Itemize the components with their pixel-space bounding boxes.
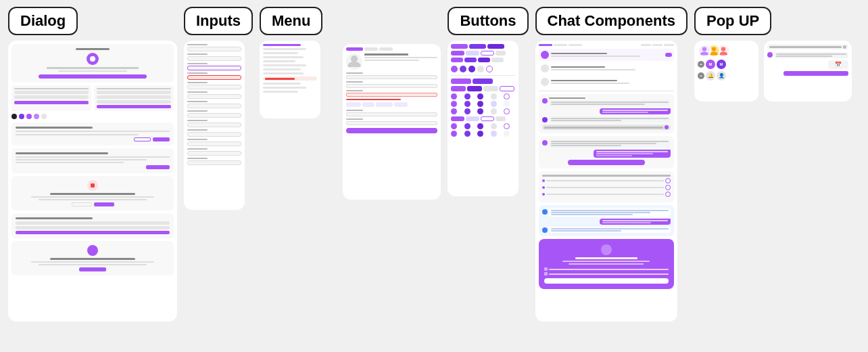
dialog-label: Dialog bbox=[8, 7, 78, 35]
btn-circle-grid bbox=[451, 93, 515, 114]
inputs-mockup bbox=[184, 41, 245, 210]
main-canvas: Dialog bbox=[0, 0, 868, 352]
photo-avatars bbox=[698, 44, 755, 58]
chat-thankyou-card bbox=[539, 239, 674, 289]
menu-mockup bbox=[260, 41, 320, 118]
dialog-mockup bbox=[8, 41, 177, 322]
chat-item-2 bbox=[539, 62, 674, 74]
section-menu-large bbox=[343, 7, 441, 200]
dots-row bbox=[11, 114, 174, 119]
popup-avatar-card[interactable]: •• M M •• bbox=[694, 41, 758, 102]
dialog-screen-5 bbox=[11, 176, 174, 211]
btn-row-6 bbox=[451, 116, 515, 121]
popup-top-row: •• M M •• bbox=[694, 41, 852, 102]
menu-large-mockup bbox=[343, 44, 441, 200]
chat-preview-card[interactable] bbox=[535, 41, 677, 322]
btn-row-3 bbox=[451, 58, 515, 62]
dialog-screen-4 bbox=[11, 148, 174, 173]
section-chat: Chat Components bbox=[535, 7, 688, 322]
input-group-1 bbox=[187, 44, 241, 165]
svg-point-2 bbox=[712, 47, 716, 51]
chat-conversation-1 bbox=[539, 94, 674, 133]
section-popup: Pop UP bbox=[694, 7, 852, 102]
chat-item-3 bbox=[539, 76, 674, 88]
dialog-screen-1 bbox=[11, 44, 174, 83]
buttons-mockup bbox=[448, 41, 519, 196]
dialog-screen-3 bbox=[11, 123, 174, 146]
buttons-preview-card[interactable] bbox=[448, 41, 519, 196]
letter-avatars: •• M M bbox=[698, 60, 755, 69]
section-menu: Menu bbox=[260, 7, 322, 118]
chat-mockup bbox=[535, 41, 677, 322]
icon-avatars: •• 🔔 👤 bbox=[698, 71, 755, 81]
popup-avatar-mockup: •• M M •• bbox=[694, 41, 758, 102]
btn-row-1 bbox=[451, 44, 515, 49]
btn-circles-1 bbox=[451, 66, 515, 72]
menu-preview-card[interactable] bbox=[260, 41, 320, 118]
chat-conversation-3 bbox=[539, 171, 674, 202]
menu-large-preview-card[interactable] bbox=[343, 44, 441, 200]
dialog-screen-6 bbox=[11, 213, 174, 238]
svg-point-3 bbox=[721, 47, 725, 51]
menu-label: Menu bbox=[260, 7, 322, 35]
dialog-screens-row bbox=[11, 85, 174, 111]
section-inputs: Inputs bbox=[184, 7, 253, 210]
chat-item-1 bbox=[539, 49, 674, 61]
popup-dialog-card[interactable]: 📅 bbox=[764, 41, 852, 102]
section-dialog: Dialog bbox=[8, 7, 177, 322]
popup-dialog-mockup: 📅 bbox=[764, 41, 852, 102]
chat-list-items bbox=[542, 175, 671, 197]
menu-tabs bbox=[346, 47, 437, 51]
svg-point-0 bbox=[351, 56, 358, 62]
svg-point-1 bbox=[702, 47, 706, 51]
chat-nav-bar bbox=[539, 44, 674, 46]
btn-row-5 bbox=[451, 86, 515, 91]
dialog-preview-card[interactable] bbox=[8, 41, 177, 322]
btn-row-4 bbox=[451, 79, 515, 84]
buttons-label: Buttons bbox=[448, 7, 528, 35]
btn-row-2 bbox=[451, 51, 515, 56]
inputs-label: Inputs bbox=[184, 7, 253, 35]
btn-circle-grid-2 bbox=[451, 123, 515, 137]
section-buttons: Buttons bbox=[448, 7, 528, 196]
chat-conversation-4 bbox=[539, 205, 674, 236]
inputs-preview-card[interactable] bbox=[184, 41, 245, 210]
popup-label: Pop UP bbox=[694, 7, 771, 35]
chat-label: Chat Components bbox=[535, 7, 688, 35]
dialog-screen-7 bbox=[11, 241, 174, 276]
chat-conversation-2 bbox=[539, 136, 674, 169]
